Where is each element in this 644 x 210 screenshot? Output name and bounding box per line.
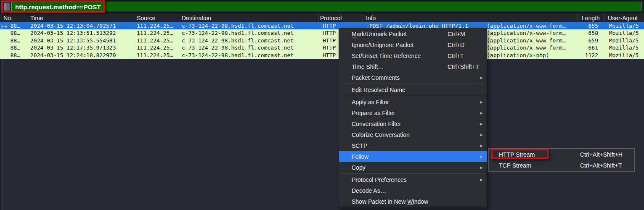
cell-source: 111.224.25… (137, 44, 173, 51)
packet-row[interactable]: 88…2024-03-15 12:24:18.822970111.224.25…… (0, 52, 644, 59)
menu-item-shortcut: Ctrl+Shift+T (448, 61, 479, 72)
cell-no: 88… (0, 52, 20, 59)
submenu-arrow-icon: ▶ (480, 118, 483, 129)
menu-item-label: Packet Comments (352, 74, 400, 81)
menu-separator (342, 173, 484, 174)
cell-info-content: (application/x-www-form… (487, 22, 566, 29)
submenu-arrow-icon: ▶ (480, 151, 483, 162)
cell-source: 111.224.25… (137, 29, 173, 37)
menu-item-label: Follow (352, 153, 368, 160)
column-separator[interactable] (577, 15, 578, 21)
submenu-arrow-icon: ▶ (480, 97, 483, 108)
submenu-item-label: TCP Stream (499, 162, 531, 169)
menu-item-label: Set/Unset Time Reference (352, 52, 421, 59)
menu-separator (342, 96, 484, 96)
cell-info-content: (application/x-php) (487, 52, 549, 59)
column-header-source[interactable]: Source (137, 14, 155, 22)
context-menu-item-apply-as-filter[interactable]: Apply as Filter▶ (339, 97, 487, 108)
context-menu-item-edit-resolved-name[interactable]: Edit Resolved Name (339, 84, 487, 95)
submenu-arrow-icon: ▶ (480, 174, 483, 185)
column-header-destination[interactable]: Destination (182, 14, 211, 22)
context-menu-item-ignore-unignore-packet[interactable]: Ignore/Unignore PacketCtrl+D (339, 39, 487, 50)
cell-protocol: HTTP (323, 44, 336, 51)
context-menu-item-mark-unmark-packet[interactable]: Mark/Unmark PacketCtrl+M (339, 29, 487, 39)
column-separator[interactable] (28, 15, 28, 21)
cell-source: 111.224.25… (137, 22, 173, 29)
column-separator[interactable] (318, 15, 319, 21)
menu-item-label: Apply as Filter (352, 99, 389, 105)
cell-no: 88… (0, 29, 20, 37)
column-separator[interactable] (363, 15, 363, 21)
cell-time: 2024-03-15 12:17:35.971323 (30, 44, 116, 51)
submenu-item-tcp-stream[interactable]: TCP StreamCtrl+Alt+Shift+T (489, 160, 634, 171)
label-pre: Prepare as Filter (352, 110, 395, 116)
cell-user-agent: Mozilla/5 (609, 37, 639, 44)
context-menu-item-prepare-as-filter[interactable]: Prepare as Filter▶ (339, 108, 487, 118)
context-menu-item-time-shift[interactable]: Time Shift…Ctrl+Shift+T (339, 61, 487, 72)
packet-row[interactable]: 88…2024-03-15 12:13:04.792571111.224.25…… (0, 22, 644, 29)
context-menu-item-packet-comments[interactable]: Packet Comments▶ (339, 72, 487, 83)
cell-destination: c-73-124-22-98.hsd1.fl.comcast.net (182, 22, 294, 29)
label-post: gnore/Unignore Packet (353, 42, 413, 48)
menu-item-label: Colorize Conversation (352, 131, 410, 138)
packet-row[interactable]: 88…2024-03-15 12:13:55.554581111.224.25…… (0, 37, 644, 44)
cell-length: 655 (568, 22, 598, 29)
context-menu-item-conversation-filter[interactable]: Conversation Filter▶ (339, 118, 487, 129)
cell-user-agent: Mozilla/5 (609, 22, 639, 29)
cell-time: 2024-03-15 12:13:04.792571 (30, 22, 116, 29)
label-post: ark/Unmark Packet (357, 31, 407, 37)
cell-length: 659 (568, 37, 598, 44)
context-menu-item-decode-as[interactable]: Decode As… (339, 185, 487, 196)
menu-item-shortcut: Ctrl+D (448, 39, 464, 50)
cell-time: 2024-03-15 12:13:51.513292 (30, 29, 116, 37)
context-menu-item-follow[interactable]: Follow▶ (339, 151, 487, 162)
submenu-item-shortcut: Ctrl+Alt+Shift+H (580, 149, 623, 160)
cell-length: 658 (568, 29, 598, 37)
cell-destination: c-73-124-22-98.hsd1.fl.comcast.net (182, 44, 294, 51)
menu-item-label: Copy (352, 164, 366, 171)
packet-list-header: No.TimeSourceDestinationProtocolInfoLeng… (0, 14, 644, 23)
context-menu-item-copy[interactable]: Copy▶ (339, 162, 487, 173)
label-pre: Follow (352, 153, 368, 160)
cell-time: 2024-03-15 12:13:55.554581 (30, 37, 116, 44)
packet-row[interactable]: 88…2024-03-15 12:17:35.971323111.224.25…… (0, 44, 644, 51)
column-header-time[interactable]: Time (30, 14, 43, 22)
cell-time: 2024-03-15 12:24:18.822970 (30, 52, 116, 59)
column-header-length[interactable]: Length (582, 14, 600, 22)
submenu-arrow-icon: ▶ (480, 162, 483, 173)
context-menu-item-show-packet-in-new-window[interactable]: Show Packet in New Window (339, 196, 487, 207)
label-pre: Conversation Filter (352, 121, 401, 127)
submenu-arrow-icon: ▶ (480, 140, 483, 151)
cell-protocol: HTTP (323, 22, 336, 29)
packet-row[interactable]: 88…2024-03-15 12:13:51.513292111.224.25…… (0, 29, 644, 37)
menu-item-label: Decode As… (352, 187, 386, 194)
menu-item-label: Protocol Preferences (352, 176, 407, 183)
label-pre: Show Packet in New (352, 198, 407, 205)
cell-info-content: (application/x-www-form… (487, 37, 566, 44)
context-menu-item-set-unset-time-reference[interactable]: Set/Unset Time ReferenceCtrl+T (339, 50, 487, 61)
cell-length: 1122 (568, 52, 598, 59)
column-separator[interactable] (179, 15, 179, 21)
cell-no: 88… (0, 37, 20, 44)
column-header-info[interactable]: Info (366, 14, 376, 22)
submenu-arrow-icon: ▶ (480, 108, 483, 118)
list-left-strip (0, 59, 1, 210)
context-menu-item-protocol-preferences[interactable]: Protocol Preferences▶ (339, 174, 487, 185)
column-header-user-agent[interactable]: User-Agent (608, 14, 638, 22)
annotation-box-http-stream (491, 149, 549, 159)
column-header-no[interactable]: No. (3, 14, 13, 22)
label-pre: Copy (352, 164, 366, 171)
cell-destination: c-73-124-22-98.hsd1.fl.comcast.net (182, 37, 294, 44)
column-header-protocol[interactable]: Protocol (320, 14, 342, 22)
column-separator[interactable] (604, 15, 605, 21)
cell-protocol: HTTP (323, 52, 336, 59)
menu-item-label: Time Shift… (352, 63, 384, 70)
menu-item-label: Mark/Unmark Packet (352, 31, 407, 37)
column-separator[interactable] (134, 15, 134, 21)
context-menu-item-colorize-conversation[interactable]: Colorize Conversation▶ (339, 129, 487, 140)
display-filter-input[interactable]: http.request.method==POST (11, 2, 641, 11)
context-menu-item-sctp[interactable]: SCTP▶ (339, 140, 487, 151)
label-pre: SCTP (352, 142, 367, 149)
cell-user-agent: Mozilla/5 (609, 52, 639, 59)
label-pre: Decode As… (352, 187, 386, 194)
